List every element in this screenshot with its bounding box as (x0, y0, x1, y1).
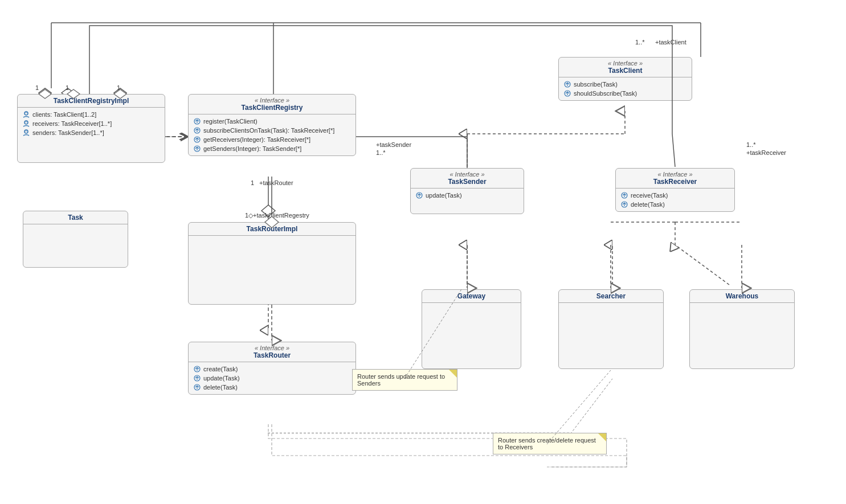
task-sender-box: « Interface » TaskSender update(Task) (410, 168, 524, 214)
method-register: register(TaskClient) (193, 117, 351, 126)
task-router-header: « Interface » TaskRouter (189, 342, 355, 362)
note-router-receivers-text: Router sends create/delete request to Re… (498, 437, 596, 450)
method-subscribe-clients: subscribeClientsOnTask(Task): TaskReceiv… (193, 126, 351, 135)
task-client-box: « Interface » TaskClient subscribe(Task)… (558, 57, 692, 101)
task-body (23, 224, 128, 261)
method-update-router-text: update(Task) (203, 375, 240, 382)
method-icon-subscribe (563, 80, 571, 88)
task-receiver-role: +taskReceiver (746, 149, 786, 156)
note-router-senders: Router sends update request to Senders (352, 369, 457, 391)
method-icon-delete-receiver (620, 200, 628, 208)
task-router-role: +taskRouter (259, 179, 293, 186)
method-update-task-sender: update(Task) (415, 191, 519, 200)
attr-senders: senders: TaskSender[1..*] (22, 128, 160, 137)
method-get-senders-text: getSenders(Integer): TaskSender[*] (203, 145, 301, 152)
method-delete-router-text: delete(Task) (203, 384, 238, 391)
task-client-registry-impl-body: clients: TaskClient[1..2] receivers: Tas… (18, 108, 165, 162)
task-client-cardinality: 1..* (635, 39, 645, 46)
method-icon-delete-router (193, 383, 201, 391)
task-router-impl-header: TaskRouterImpl (189, 223, 355, 236)
method-receive: receive(Task) (620, 191, 730, 200)
task-client-registry-header: « Interface » TaskClientRegistry (189, 95, 355, 114)
method-get-receivers-text: getReceivers(Integer): TaskReceiver[*] (203, 136, 310, 143)
task-sender-header: « Interface » TaskSender (411, 169, 524, 189)
method-receive-text: receive(Task) (631, 192, 668, 199)
task-box: Task (23, 211, 128, 268)
task-router-cardinality: 1 (251, 179, 254, 186)
task-header: Task (23, 211, 128, 224)
method-create: create(Task) (193, 364, 351, 374)
mult-1a: 1 (35, 84, 39, 91)
searcher-body (559, 303, 663, 360)
attr-icon-senders (22, 129, 30, 137)
task-router-stereotype: « Interface » (193, 345, 351, 351)
method-icon-create (193, 365, 201, 373)
task-client-registry-impl-box: TaskClientRegistryImpl clients: TaskClie… (17, 94, 165, 163)
attr-receivers-text: receivers: TaskReceiver[1..*] (32, 120, 112, 127)
task-sender-name: TaskSender (415, 178, 519, 186)
task-sender-stereotype: « Interface » (415, 171, 519, 178)
task-client-stereotype: « Interface » (563, 60, 687, 67)
task-client-body: subscribe(Task) shouldSubscribe(Task) (559, 77, 692, 100)
task-router-impl-name: TaskRouterImpl (193, 225, 351, 233)
gateway-header: Gateway (422, 290, 521, 303)
task-client-registry-impl-name: TaskClientRegistryImpl (22, 97, 160, 105)
method-subscribe: subscribe(Task) (563, 80, 687, 89)
attr-clients-text: clients: TaskClient[1..2] (32, 111, 96, 118)
attr-clients: clients: TaskClient[1..2] (22, 110, 160, 119)
task-sender-cardinality: 1..* (376, 149, 386, 156)
task-sender-body: update(Task) (411, 189, 524, 214)
method-create-text: create(Task) (203, 366, 238, 372)
task-receiver-body: receive(Task) delete(Task) (616, 189, 734, 211)
method-icon-get-receivers (193, 136, 201, 144)
svg-line-44 (672, 134, 675, 167)
task-router-body: create(Task) update(Task) delete(Task) (189, 362, 355, 394)
note-fold-senders (449, 370, 457, 378)
method-icon-update-router (193, 374, 201, 382)
uml-diagram: TaskClientRegistryImpl clients: TaskClie… (0, 0, 846, 504)
note-router-receivers: Router sends create/delete request to Re… (493, 433, 607, 454)
task-client-registry-body: register(TaskClient) subscribeClientsOnT… (189, 114, 355, 155)
searcher-box: Searcher (558, 289, 664, 369)
task-receiver-name: TaskReceiver (620, 178, 730, 186)
attr-icon-receivers (22, 120, 30, 128)
svg-line-14 (675, 245, 729, 285)
warehouse-box: Warehous (689, 289, 795, 369)
task-router-impl-box: TaskRouterImpl (188, 222, 356, 305)
task-client-role-label: +taskClient (655, 39, 686, 46)
task-client-header: « Interface » TaskClient (559, 58, 692, 77)
task-router-name: TaskRouter (193, 351, 351, 359)
task-client-registry-stereotype: « Interface » (193, 97, 351, 104)
task-name: Task (28, 214, 123, 222)
method-icon-receive (620, 191, 628, 199)
method-get-senders: getSenders(Integer): TaskSender[*] (193, 144, 351, 153)
gateway-body (422, 303, 521, 360)
method-icon-should-subscribe (563, 89, 571, 97)
gateway-box: Gateway (422, 289, 521, 369)
task-router-box: « Interface » TaskRouter create(Task) up… (188, 342, 356, 395)
note-router-senders-text: Router sends update request to Senders (357, 373, 445, 387)
method-icon-get-senders (193, 145, 201, 153)
method-register-text: register(TaskClient) (203, 118, 258, 125)
method-get-receivers: getReceivers(Integer): TaskReceiver[*] (193, 135, 351, 144)
attr-senders-text: senders: TaskSender[1..*] (32, 129, 104, 136)
task-client-registry-box: « Interface » TaskClientRegistry registe… (188, 94, 356, 156)
task-router-impl-body (189, 236, 355, 298)
method-update-router: update(Task) (193, 374, 351, 383)
method-should-subscribe: shouldSubscribe(Task) (563, 89, 687, 98)
warehouse-name: Warehous (694, 292, 790, 300)
note-fold-receivers (598, 433, 606, 441)
mult-1b: 1 (66, 84, 69, 91)
warehouse-body (690, 303, 794, 360)
gateway-name: Gateway (427, 292, 516, 300)
method-subscribe-text: subscribe(Task) (574, 81, 618, 88)
method-delete-router: delete(Task) (193, 383, 351, 392)
method-subscribe-clients-text: subscribeClientsOnTask(Task): TaskReceiv… (203, 127, 334, 134)
searcher-header: Searcher (559, 290, 663, 303)
attr-receivers: receivers: TaskReceiver[1..*] (22, 119, 160, 128)
mult-1c: 1 (117, 84, 120, 91)
method-delete-receiver-text: delete(Task) (631, 201, 665, 208)
task-receiver-cardinality: 1..* (746, 141, 756, 148)
task-client-registry-impl-header: TaskClientRegistryImpl (18, 95, 165, 108)
task-receiver-header: « Interface » TaskReceiver (616, 169, 734, 189)
